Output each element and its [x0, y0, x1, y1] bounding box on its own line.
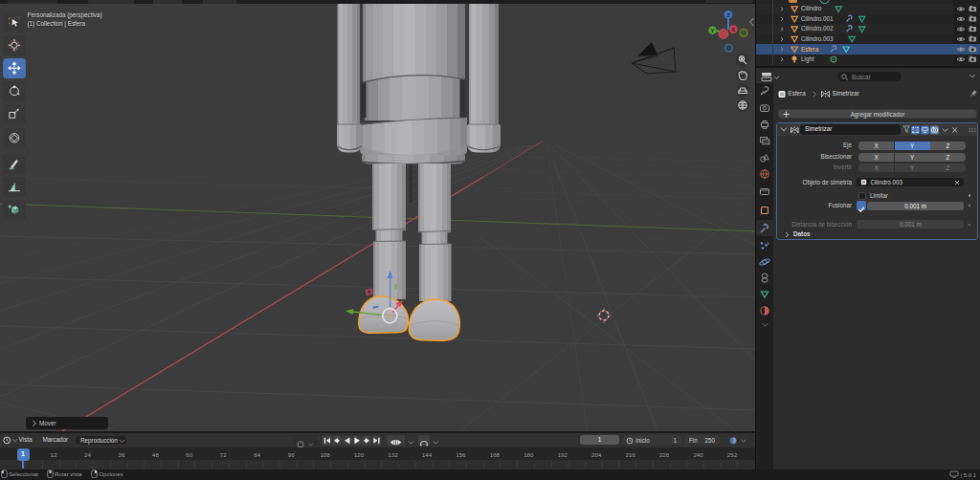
svg-text:Y: Y	[710, 28, 714, 33]
svg-text:X: X	[731, 27, 735, 33]
svg-text:Z: Z	[726, 12, 730, 18]
